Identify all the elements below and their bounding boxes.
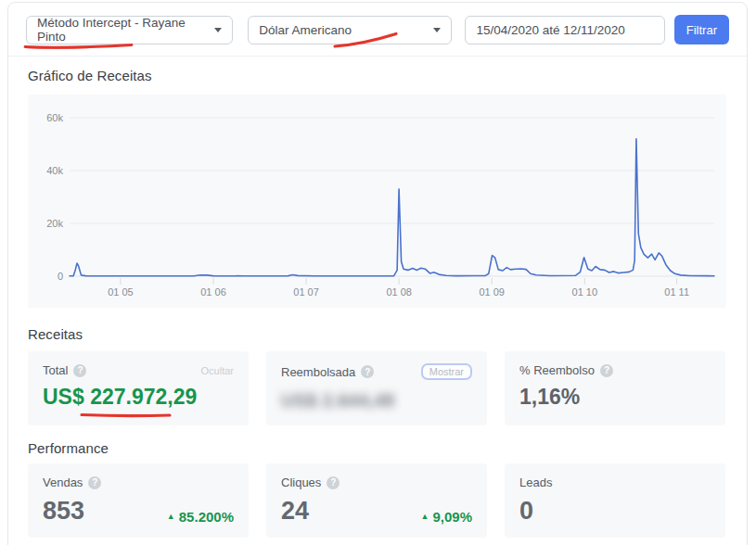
vendas-card: Vendas 853 85.200%: [28, 463, 249, 538]
performance-section-title: Performance: [28, 440, 727, 456]
date-range-input[interactable]: [465, 16, 664, 44]
dashboard-content: Gráfico de Receitas 60k40k20k001 0501 06…: [8, 68, 747, 538]
filter-bar: Método Intercept - Rayane Pinto Dólar Am…: [8, 3, 747, 57]
chevron-down-icon: [433, 28, 441, 32]
total-label: Total: [43, 363, 68, 377]
help-icon[interactable]: [327, 476, 340, 489]
reembolsada-value-blurred: US$ 2.644,48: [281, 390, 472, 412]
cliques-label: Cliques: [281, 475, 321, 489]
svg-text:01 10: 01 10: [572, 286, 598, 298]
help-icon[interactable]: [88, 476, 101, 489]
leads-value: 0: [519, 497, 533, 526]
svg-text:01 09: 01 09: [479, 286, 505, 298]
help-icon[interactable]: [361, 365, 374, 378]
svg-text:0: 0: [58, 271, 63, 282]
svg-text:01 05: 01 05: [108, 286, 134, 298]
percent-reembolso-card: % Reembolso 1,16%: [505, 351, 725, 425]
svg-text:01 08: 01 08: [386, 286, 412, 298]
receitas-cards: Total Ocultar US$ 227.972,29 Reembolsada…: [28, 351, 727, 425]
product-select[interactable]: Método Intercept - Rayane Pinto: [26, 16, 233, 44]
svg-text:40k: 40k: [46, 165, 63, 176]
vendas-label: Vendas: [43, 475, 83, 489]
svg-text:20k: 20k: [46, 218, 63, 229]
mostrar-button[interactable]: Mostrar: [421, 363, 472, 380]
currency-select-value: Dólar Americano: [259, 23, 352, 37]
chevron-down-icon: [214, 28, 222, 32]
dashboard-panel: Método Intercept - Rayane Pinto Dólar Am…: [7, 2, 748, 545]
currency-select[interactable]: Dólar Americano: [248, 16, 452, 44]
total-value: US$ 227.972,29: [43, 385, 234, 410]
leads-card: Leads 0: [505, 463, 725, 538]
help-icon[interactable]: [600, 364, 613, 377]
vendas-delta: 85.200%: [167, 509, 234, 525]
help-icon[interactable]: [73, 364, 86, 377]
percent-reembolso-label: % Reembolso: [519, 363, 595, 377]
receitas-section-title: Receitas: [28, 326, 727, 342]
chart-section-title: Gráfico de Receitas: [28, 68, 727, 83]
total-card: Total Ocultar US$ 227.972,29: [28, 351, 249, 425]
revenue-chart-panel: 60k40k20k001 0501 0601 0701 0801 0901 10…: [28, 95, 726, 308]
revenue-line-chart: 60k40k20k001 0501 0601 0701 0801 0901 10…: [28, 95, 726, 308]
cliques-card: Cliques 24 9,09%: [266, 463, 487, 538]
reembolsada-label: Reembolsada: [281, 365, 355, 379]
leads-label: Leads: [519, 475, 552, 489]
vendas-value: 853: [43, 497, 84, 526]
svg-text:01 07: 01 07: [293, 286, 319, 298]
trend-up-icon: [167, 512, 175, 521]
svg-text:01 06: 01 06: [200, 286, 226, 298]
performance-cards: Vendas 853 85.200% Cliques 24 9,09%: [28, 463, 727, 538]
svg-text:01 11: 01 11: [664, 286, 689, 298]
trend-up-icon: [421, 512, 429, 521]
cliques-value: 24: [281, 497, 309, 526]
cliques-delta: 9,09%: [421, 509, 472, 525]
filter-button[interactable]: Filtrar: [674, 15, 729, 44]
svg-text:60k: 60k: [46, 112, 63, 123]
ocultar-link[interactable]: Ocultar: [201, 365, 234, 376]
reembolsada-card: Reembolsada Mostrar US$ 2.644,48: [266, 351, 487, 425]
product-select-value: Método Intercept - Rayane Pinto: [37, 16, 207, 44]
percent-reembolso-value: 1,16%: [519, 385, 711, 410]
